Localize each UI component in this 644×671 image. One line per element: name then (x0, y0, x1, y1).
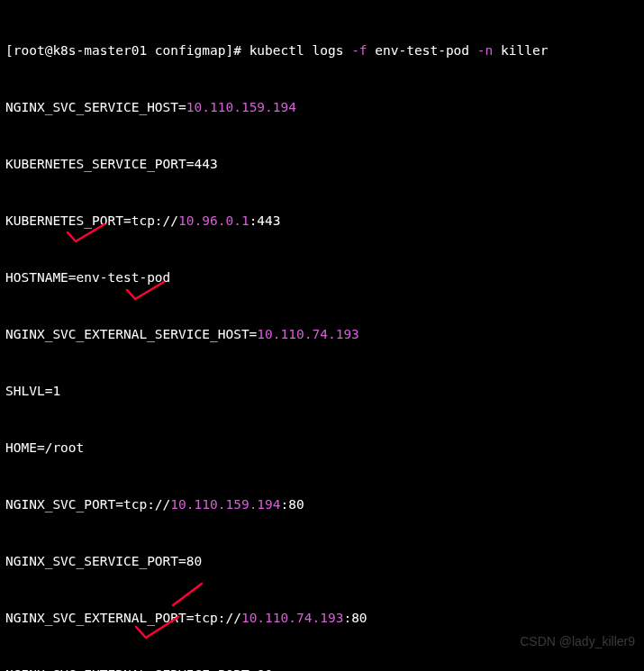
env-var-line: NGINX_SVC_PORT=tcp://10.110.159.194:80 (5, 495, 639, 514)
env-var-line: KUBERNETES_SERVICE_PORT=443 (5, 155, 639, 174)
env-var-line: NGINX_SVC_EXTERNAL_SERVICE_HOST=10.110.7… (5, 325, 639, 344)
ip-value: 10.110.159.194 (186, 100, 296, 114)
env-var-line: NGINX_SVC_EXTERNAL_PORT=tcp://10.110.74.… (5, 609, 639, 628)
shell-prompt: [root@k8s-master01 configmap]# (5, 43, 249, 58)
ip-value: 10.110.159.194 (170, 497, 280, 512)
env-var-line: SHLVL=1 (5, 382, 639, 401)
env-var-line: NGINX_SVC_SERVICE_PORT=80 (5, 552, 639, 571)
env-var-line: NGINX_SVC_SERVICE_HOST=10.110.159.194 (5, 98, 639, 117)
env-var-line: KUBERNETES_PORT=tcp://10.96.0.1:443 (5, 212, 639, 231)
ip-value: 10.110.74.193 (257, 327, 359, 341)
env-var-line: HOSTNAME=env-test-pod (5, 268, 639, 287)
flag-f: -f (351, 43, 367, 58)
annotation-stroke-icon (171, 582, 207, 609)
ip-value: 10.96.0.1 (178, 213, 249, 228)
ip-value: 10.110.74.193 (241, 611, 344, 625)
watermark-text: CSDN @lady_killer9 (520, 632, 635, 651)
kubectl-command: kubectl logs (249, 43, 352, 58)
pod-name: env-test-pod (367, 43, 477, 58)
env-var-line: HOME=/root (5, 439, 639, 458)
command-line: [root@k8s-master01 configmap]# kubectl l… (5, 41, 639, 60)
env-var-line: NGINX_SVC_EXTERNAL_SERVICE_PORT=80 (5, 666, 639, 671)
namespace: killer (493, 43, 548, 58)
terminal-output[interactable]: [root@k8s-master01 configmap]# kubectl l… (0, 0, 644, 671)
flag-n: -n (477, 43, 493, 58)
